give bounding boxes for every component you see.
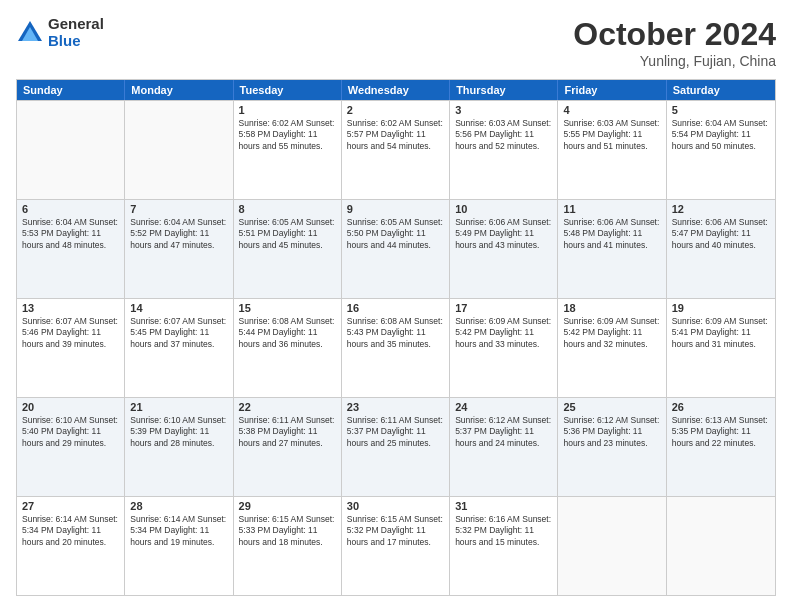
calendar-cell: 17Sunrise: 6:09 AM Sunset: 5:42 PM Dayli… bbox=[450, 299, 558, 397]
calendar-cell: 9Sunrise: 6:05 AM Sunset: 5:50 PM Daylig… bbox=[342, 200, 450, 298]
calendar-cell: 27Sunrise: 6:14 AM Sunset: 5:34 PM Dayli… bbox=[17, 497, 125, 595]
calendar-cell: 25Sunrise: 6:12 AM Sunset: 5:36 PM Dayli… bbox=[558, 398, 666, 496]
day-info: Sunrise: 6:08 AM Sunset: 5:43 PM Dayligh… bbox=[347, 316, 444, 350]
header-day-tuesday: Tuesday bbox=[234, 80, 342, 100]
day-info: Sunrise: 6:02 AM Sunset: 5:58 PM Dayligh… bbox=[239, 118, 336, 152]
calendar-cell: 16Sunrise: 6:08 AM Sunset: 5:43 PM Dayli… bbox=[342, 299, 450, 397]
day-info: Sunrise: 6:06 AM Sunset: 5:49 PM Dayligh… bbox=[455, 217, 552, 251]
calendar-cell bbox=[667, 497, 775, 595]
day-number: 25 bbox=[563, 401, 660, 413]
calendar-cell: 7Sunrise: 6:04 AM Sunset: 5:52 PM Daylig… bbox=[125, 200, 233, 298]
calendar-cell bbox=[558, 497, 666, 595]
day-info: Sunrise: 6:08 AM Sunset: 5:44 PM Dayligh… bbox=[239, 316, 336, 350]
day-info: Sunrise: 6:06 AM Sunset: 5:48 PM Dayligh… bbox=[563, 217, 660, 251]
calendar-cell bbox=[125, 101, 233, 199]
day-info: Sunrise: 6:06 AM Sunset: 5:47 PM Dayligh… bbox=[672, 217, 770, 251]
calendar-cell bbox=[17, 101, 125, 199]
calendar-row-4: 20Sunrise: 6:10 AM Sunset: 5:40 PM Dayli… bbox=[17, 397, 775, 496]
day-number: 14 bbox=[130, 302, 227, 314]
day-info: Sunrise: 6:03 AM Sunset: 5:56 PM Dayligh… bbox=[455, 118, 552, 152]
day-number: 9 bbox=[347, 203, 444, 215]
header-day-thursday: Thursday bbox=[450, 80, 558, 100]
day-number: 27 bbox=[22, 500, 119, 512]
day-number: 13 bbox=[22, 302, 119, 314]
calendar-cell: 18Sunrise: 6:09 AM Sunset: 5:42 PM Dayli… bbox=[558, 299, 666, 397]
day-number: 30 bbox=[347, 500, 444, 512]
day-number: 22 bbox=[239, 401, 336, 413]
header-day-saturday: Saturday bbox=[667, 80, 775, 100]
calendar-cell: 30Sunrise: 6:15 AM Sunset: 5:32 PM Dayli… bbox=[342, 497, 450, 595]
header-day-monday: Monday bbox=[125, 80, 233, 100]
day-info: Sunrise: 6:13 AM Sunset: 5:35 PM Dayligh… bbox=[672, 415, 770, 449]
day-number: 2 bbox=[347, 104, 444, 116]
day-number: 10 bbox=[455, 203, 552, 215]
calendar-cell: 31Sunrise: 6:16 AM Sunset: 5:32 PM Dayli… bbox=[450, 497, 558, 595]
calendar-cell: 20Sunrise: 6:10 AM Sunset: 5:40 PM Dayli… bbox=[17, 398, 125, 496]
calendar-cell: 13Sunrise: 6:07 AM Sunset: 5:46 PM Dayli… bbox=[17, 299, 125, 397]
logo-text: General Blue bbox=[48, 16, 104, 49]
day-info: Sunrise: 6:09 AM Sunset: 5:41 PM Dayligh… bbox=[672, 316, 770, 350]
calendar-row-2: 6Sunrise: 6:04 AM Sunset: 5:53 PM Daylig… bbox=[17, 199, 775, 298]
calendar-cell: 5Sunrise: 6:04 AM Sunset: 5:54 PM Daylig… bbox=[667, 101, 775, 199]
day-number: 4 bbox=[563, 104, 660, 116]
day-number: 18 bbox=[563, 302, 660, 314]
calendar-cell: 24Sunrise: 6:12 AM Sunset: 5:37 PM Dayli… bbox=[450, 398, 558, 496]
calendar-cell: 2Sunrise: 6:02 AM Sunset: 5:57 PM Daylig… bbox=[342, 101, 450, 199]
header-day-sunday: Sunday bbox=[17, 80, 125, 100]
day-number: 1 bbox=[239, 104, 336, 116]
day-number: 19 bbox=[672, 302, 770, 314]
day-info: Sunrise: 6:14 AM Sunset: 5:34 PM Dayligh… bbox=[130, 514, 227, 548]
day-info: Sunrise: 6:04 AM Sunset: 5:54 PM Dayligh… bbox=[672, 118, 770, 152]
calendar-cell: 12Sunrise: 6:06 AM Sunset: 5:47 PM Dayli… bbox=[667, 200, 775, 298]
day-info: Sunrise: 6:04 AM Sunset: 5:53 PM Dayligh… bbox=[22, 217, 119, 251]
calendar: SundayMondayTuesdayWednesdayThursdayFrid… bbox=[16, 79, 776, 596]
day-info: Sunrise: 6:07 AM Sunset: 5:46 PM Dayligh… bbox=[22, 316, 119, 350]
header-day-friday: Friday bbox=[558, 80, 666, 100]
page: General Blue October 2024 Yunling, Fujia… bbox=[0, 0, 792, 612]
calendar-cell: 15Sunrise: 6:08 AM Sunset: 5:44 PM Dayli… bbox=[234, 299, 342, 397]
calendar-cell: 10Sunrise: 6:06 AM Sunset: 5:49 PM Dayli… bbox=[450, 200, 558, 298]
calendar-row-1: 1Sunrise: 6:02 AM Sunset: 5:58 PM Daylig… bbox=[17, 100, 775, 199]
calendar-header: SundayMondayTuesdayWednesdayThursdayFrid… bbox=[17, 80, 775, 100]
calendar-cell: 4Sunrise: 6:03 AM Sunset: 5:55 PM Daylig… bbox=[558, 101, 666, 199]
day-info: Sunrise: 6:09 AM Sunset: 5:42 PM Dayligh… bbox=[563, 316, 660, 350]
logo-blue: Blue bbox=[48, 33, 104, 50]
day-number: 24 bbox=[455, 401, 552, 413]
calendar-cell: 28Sunrise: 6:14 AM Sunset: 5:34 PM Dayli… bbox=[125, 497, 233, 595]
calendar-cell: 29Sunrise: 6:15 AM Sunset: 5:33 PM Dayli… bbox=[234, 497, 342, 595]
calendar-cell: 26Sunrise: 6:13 AM Sunset: 5:35 PM Dayli… bbox=[667, 398, 775, 496]
day-info: Sunrise: 6:02 AM Sunset: 5:57 PM Dayligh… bbox=[347, 118, 444, 152]
calendar-cell: 1Sunrise: 6:02 AM Sunset: 5:58 PM Daylig… bbox=[234, 101, 342, 199]
day-number: 5 bbox=[672, 104, 770, 116]
logo-general: General bbox=[48, 16, 104, 33]
calendar-cell: 19Sunrise: 6:09 AM Sunset: 5:41 PM Dayli… bbox=[667, 299, 775, 397]
day-info: Sunrise: 6:12 AM Sunset: 5:37 PM Dayligh… bbox=[455, 415, 552, 449]
calendar-row-3: 13Sunrise: 6:07 AM Sunset: 5:46 PM Dayli… bbox=[17, 298, 775, 397]
header-day-wednesday: Wednesday bbox=[342, 80, 450, 100]
day-number: 12 bbox=[672, 203, 770, 215]
day-number: 8 bbox=[239, 203, 336, 215]
day-info: Sunrise: 6:14 AM Sunset: 5:34 PM Dayligh… bbox=[22, 514, 119, 548]
day-info: Sunrise: 6:11 AM Sunset: 5:37 PM Dayligh… bbox=[347, 415, 444, 449]
logo: General Blue bbox=[16, 16, 104, 49]
day-number: 23 bbox=[347, 401, 444, 413]
day-number: 6 bbox=[22, 203, 119, 215]
calendar-cell: 22Sunrise: 6:11 AM Sunset: 5:38 PM Dayli… bbox=[234, 398, 342, 496]
day-info: Sunrise: 6:12 AM Sunset: 5:36 PM Dayligh… bbox=[563, 415, 660, 449]
day-info: Sunrise: 6:09 AM Sunset: 5:42 PM Dayligh… bbox=[455, 316, 552, 350]
day-info: Sunrise: 6:05 AM Sunset: 5:50 PM Dayligh… bbox=[347, 217, 444, 251]
day-info: Sunrise: 6:11 AM Sunset: 5:38 PM Dayligh… bbox=[239, 415, 336, 449]
day-number: 3 bbox=[455, 104, 552, 116]
day-number: 17 bbox=[455, 302, 552, 314]
day-info: Sunrise: 6:16 AM Sunset: 5:32 PM Dayligh… bbox=[455, 514, 552, 548]
day-info: Sunrise: 6:10 AM Sunset: 5:40 PM Dayligh… bbox=[22, 415, 119, 449]
day-number: 26 bbox=[672, 401, 770, 413]
day-number: 31 bbox=[455, 500, 552, 512]
day-info: Sunrise: 6:10 AM Sunset: 5:39 PM Dayligh… bbox=[130, 415, 227, 449]
day-info: Sunrise: 6:07 AM Sunset: 5:45 PM Dayligh… bbox=[130, 316, 227, 350]
calendar-cell: 3Sunrise: 6:03 AM Sunset: 5:56 PM Daylig… bbox=[450, 101, 558, 199]
title-block: October 2024 Yunling, Fujian, China bbox=[573, 16, 776, 69]
month-title: October 2024 bbox=[573, 16, 776, 53]
day-info: Sunrise: 6:03 AM Sunset: 5:55 PM Dayligh… bbox=[563, 118, 660, 152]
calendar-body: 1Sunrise: 6:02 AM Sunset: 5:58 PM Daylig… bbox=[17, 100, 775, 595]
